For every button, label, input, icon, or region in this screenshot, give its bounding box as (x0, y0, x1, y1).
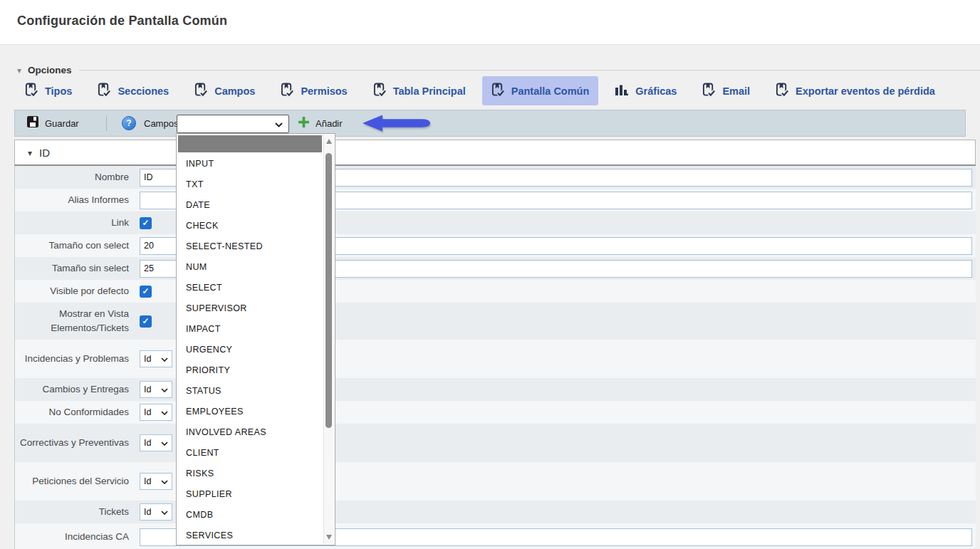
bookmark-check-icon (776, 83, 789, 100)
dropdown-option[interactable]: TXT (177, 174, 323, 195)
tab-tipos[interactable]: Tipos (16, 76, 81, 105)
dropdown-option[interactable]: EMPLOYEES (177, 402, 323, 422)
dropdown-option[interactable]: IMPACT (177, 319, 323, 340)
dropdown-option[interactable]: CLIENT (177, 443, 323, 464)
dropdown-option[interactable]: NUM (177, 257, 323, 278)
dropdown-option[interactable]: SUPERVISOR (177, 298, 323, 319)
form-rows: Nombre Alias Informes Link Tamaño con se… (14, 166, 976, 549)
dropdown-option[interactable]: DATE (177, 195, 323, 216)
cambios-entregas-select[interactable]: Id (140, 381, 172, 398)
dropdown-option[interactable]: PRIORITY (177, 360, 323, 381)
chevron-down-icon (161, 438, 168, 448)
tab-email[interactable]: Email (693, 76, 759, 105)
tab-graficas[interactable]: Gráficas (605, 76, 686, 105)
tab-label: Tipos (45, 85, 72, 97)
field-label: Incidencias y Problemas (15, 352, 136, 366)
dropdown-option[interactable]: INVOLVED AREAS (177, 422, 323, 443)
tab-label: Gráficas (635, 85, 677, 97)
tab-permisos[interactable]: Permisos (271, 76, 356, 105)
row-incidencias-y-problemas: Incidencias y Problemas Id (15, 340, 976, 378)
section-title: ID (39, 147, 50, 159)
help-icon: ? (122, 116, 136, 130)
tab-bar: Tipos Secciones Campos Permisos Tabla Pr… (16, 76, 944, 105)
tab-label: Secciones (118, 85, 169, 97)
dropdown-option[interactable]: STATUS (177, 381, 323, 402)
field-label: Visible por defecto (15, 284, 136, 298)
row-tickets: Tickets Id (15, 501, 976, 523)
chevron-down-icon (161, 507, 168, 517)
dropdown-option[interactable]: INPUT (177, 154, 323, 174)
link-checkbox[interactable] (140, 217, 152, 229)
add-button[interactable]: Añadir (298, 110, 343, 136)
row-no-conformidades: No Conformidades Id (15, 401, 976, 424)
select-value: Id (144, 407, 151, 417)
dropdown-scrollbar[interactable] (323, 135, 334, 544)
select-value: Id (144, 438, 151, 448)
scrollbar-thumb[interactable] (325, 153, 332, 428)
chevron-down-icon (275, 117, 283, 130)
section-collapse-caret-icon (28, 146, 32, 159)
bookmark-check-icon (194, 83, 208, 100)
bookmark-check-icon (281, 83, 294, 100)
row-link: Link (15, 211, 976, 234)
collapse-caret-icon[interactable] (17, 63, 21, 76)
field-label: Tamaño con select (15, 239, 136, 253)
row-peticiones-del-servicio: Peticiones del Servicio Id (15, 462, 976, 501)
no-conformidades-select[interactable]: Id (140, 404, 172, 421)
campos-field: Campos: (144, 110, 181, 136)
tab-pantalla-comun[interactable]: Pantalla Común (482, 76, 599, 105)
field-config-form: ID Nombre Alias Informes Link Tamaño con… (14, 140, 976, 549)
tab-label: Pantalla Común (511, 85, 590, 97)
row-tamano-sin-select: Tamaño sin select (15, 257, 976, 280)
tab-secciones[interactable]: Secciones (88, 76, 178, 105)
tab-campos[interactable]: Campos (185, 76, 264, 105)
tab-label: Campos (214, 85, 255, 97)
dropdown-option[interactable]: SELECT-NESTED (177, 236, 323, 257)
select-value: Id (144, 507, 151, 517)
dropdown-option[interactable]: SERVICES (177, 526, 323, 546)
incidencias-problemas-select[interactable]: Id (140, 350, 172, 367)
plus-icon (298, 116, 310, 131)
scroll-up-arrow-icon[interactable] (326, 139, 332, 144)
save-button[interactable]: Guardar (26, 110, 79, 136)
peticiones-servicio-select[interactable]: Id (140, 473, 172, 490)
field-label: Tamaño sin select (15, 261, 136, 276)
campos-dropdown-list: INPUT TXT DATE CHECK SELECT-NESTED NUM S… (176, 133, 335, 545)
row-alias-informes: Alias Informes (15, 189, 976, 211)
dropdown-option[interactable]: CMDB (177, 505, 323, 526)
dropdown-option[interactable]: URGENCY (177, 340, 323, 360)
tab-tabla-principal[interactable]: Tabla Principal (364, 76, 475, 105)
row-mostrar-en-vista: Mostrar en Vista Elementos/Tickets (15, 303, 976, 340)
help-button[interactable]: ? (122, 110, 136, 136)
dropdown-option[interactable]: SELECT (177, 278, 323, 298)
options-legend: Opciones (17, 63, 980, 76)
configuration-screen: Configuración de Pantalla Común Opciones… (0, 0, 980, 549)
save-icon (26, 115, 39, 131)
section-header-id[interactable]: ID (14, 140, 976, 166)
tab-label: Permisos (301, 85, 347, 97)
field-label: Incidencias CA (15, 530, 136, 544)
bookmark-check-icon (373, 83, 387, 100)
correctivas-preventivas-select[interactable]: Id (140, 434, 172, 451)
annotation-left-arrow-icon (361, 113, 432, 136)
campos-select[interactable] (177, 115, 289, 133)
tab-label: Email (722, 85, 750, 97)
dropdown-selected-option[interactable] (178, 135, 322, 152)
dropdown-option[interactable]: SUPPLIER (177, 484, 323, 505)
field-label: Alias Informes (15, 193, 136, 207)
mostrar-en-vista-checkbox[interactable] (140, 315, 152, 328)
dropdown-option[interactable]: RISKS (177, 464, 323, 484)
chevron-down-icon (161, 476, 168, 486)
field-label: Mostrar en Vista Elementos/Tickets (15, 307, 136, 335)
field-label: Link (15, 216, 136, 230)
row-nombre: Nombre (15, 166, 976, 189)
tab-label: Exportar eventos de pérdida (796, 85, 935, 97)
row-visible-por-defecto: Visible por defecto (15, 280, 976, 303)
dropdown-option[interactable]: CHECK (177, 216, 323, 236)
tickets-select[interactable]: Id (140, 503, 172, 521)
scroll-down-arrow-icon[interactable] (326, 535, 332, 540)
tab-exportar-eventos-de-perdida[interactable]: Exportar eventos de pérdida (766, 76, 944, 105)
bookmark-check-icon (25, 83, 38, 100)
visible-por-defecto-checkbox[interactable] (140, 286, 152, 298)
bar-chart-icon (615, 83, 629, 99)
